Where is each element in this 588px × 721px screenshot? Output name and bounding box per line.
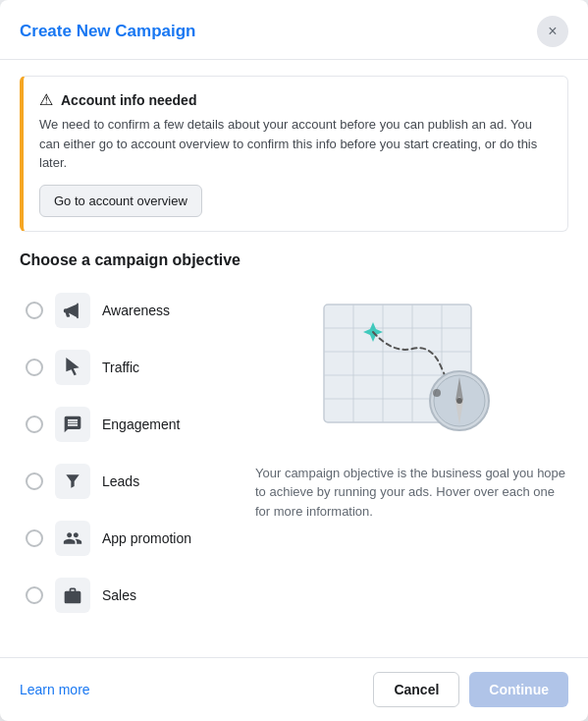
objective-item-traffic[interactable]: Traffic [20, 342, 236, 393]
filter-icon [63, 471, 82, 491]
warning-icon: ⚠ [39, 90, 53, 109]
alert-box: ⚠ Account info needed We need to confirm… [20, 76, 568, 232]
engagement-icon-wrap [55, 407, 90, 442]
learn-more-link[interactable]: Learn more [20, 682, 90, 697]
radio-leads[interactable] [26, 472, 43, 490]
sales-icon-wrap [55, 578, 90, 613]
svg-point-15 [433, 389, 441, 397]
objective-item-sales[interactable]: Sales [20, 570, 236, 621]
illustration-area: Your campaign objective is the business … [255, 285, 568, 621]
cancel-button[interactable]: Cancel [373, 672, 459, 707]
continue-button[interactable]: Continue [469, 672, 568, 707]
campaign-illustration [314, 295, 510, 452]
radio-awareness[interactable] [26, 302, 43, 319]
radio-app-promotion[interactable] [26, 529, 43, 547]
engagement-label: Engagement [102, 416, 180, 432]
modal-header: Create New Campaign × [0, 0, 588, 60]
people-icon [63, 528, 82, 548]
awareness-icon-wrap [55, 293, 90, 328]
leads-icon-wrap [55, 464, 90, 499]
objective-item-app-promotion[interactable]: App promotion [20, 513, 236, 564]
radio-sales[interactable] [26, 586, 43, 604]
objective-item-engagement[interactable]: Engagement [20, 399, 236, 450]
alert-body: We need to confirm a few details about y… [39, 115, 552, 173]
footer-buttons: Cancel Continue [373, 672, 568, 707]
radio-traffic[interactable] [26, 359, 43, 376]
briefcase-icon [63, 585, 82, 605]
close-button[interactable]: × [537, 16, 568, 47]
svg-point-14 [456, 398, 462, 404]
app-promotion-label: App promotion [102, 530, 191, 546]
objective-item-leads[interactable]: Leads [20, 456, 236, 507]
illustration-description: Your campaign objective is the business … [255, 464, 568, 522]
chat-icon [63, 415, 82, 434]
modal-footer: Learn more Cancel Continue [0, 657, 588, 721]
leads-label: Leads [102, 473, 139, 489]
account-overview-button[interactable]: Go to account overview [39, 185, 202, 217]
megaphone-icon [63, 301, 82, 320]
create-campaign-modal: Create New Campaign × ⚠ Account info nee… [0, 0, 588, 721]
radio-engagement[interactable] [26, 416, 43, 433]
campaign-content: Awareness Traffic [20, 285, 568, 621]
sales-label: Sales [102, 587, 136, 603]
alert-title: Account info needed [61, 92, 196, 108]
section-title: Choose a campaign objective [20, 251, 568, 269]
app-promotion-icon-wrap [55, 521, 90, 556]
close-icon: × [548, 23, 557, 40]
traffic-label: Traffic [102, 360, 139, 375]
awareness-label: Awareness [102, 303, 170, 318]
modal-body: ⚠ Account info needed We need to confirm… [0, 60, 588, 657]
alert-header: ⚠ Account info needed [39, 90, 552, 109]
cursor-icon [63, 358, 82, 377]
modal-title: Create New Campaign [20, 22, 196, 41]
traffic-icon-wrap [55, 350, 90, 385]
objectives-list: Awareness Traffic [20, 285, 236, 621]
objective-item-awareness[interactable]: Awareness [20, 285, 236, 336]
